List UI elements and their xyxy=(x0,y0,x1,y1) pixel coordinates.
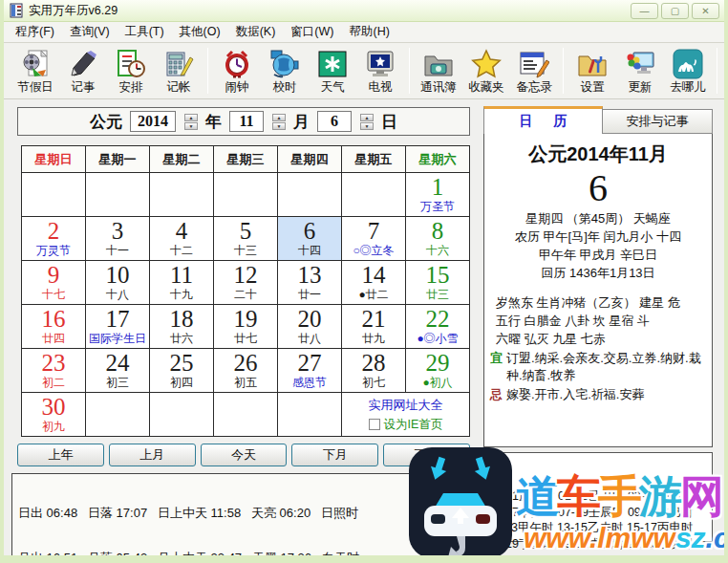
menu-item-6[interactable]: 窗口(W) xyxy=(283,21,341,43)
panel-info-line-1: 岁煞东 生肖冲猪（乙亥） 建星 危 xyxy=(488,293,708,312)
calendar-day-22[interactable]: 22●◎小雪 xyxy=(406,305,470,349)
toolbar-button-travel-camel[interactable]: 去哪儿 xyxy=(664,48,712,94)
calendar-day-20[interactable]: 20廿八 xyxy=(278,305,342,349)
calendar-day-14[interactable]: 14●廿二 xyxy=(342,261,406,305)
day-number: 2 xyxy=(22,218,85,244)
calendar-day-3[interactable]: 3十一 xyxy=(86,217,150,261)
weather-icon xyxy=(311,48,353,80)
menu-item-5[interactable]: 数据(K) xyxy=(228,21,284,43)
day-label: 廿八 xyxy=(278,332,341,347)
weekday-header: 星期五 xyxy=(342,146,406,173)
day-number: 23 xyxy=(22,350,85,376)
year-field[interactable]: 2014 xyxy=(130,111,176,132)
toolbar-button-time-sync-globe[interactable]: 校时 xyxy=(261,48,309,94)
day-number: 17 xyxy=(86,306,149,332)
calendar-day-21[interactable]: 21廿九 xyxy=(342,305,406,349)
year-spin-down-icon[interactable]: ▼ xyxy=(184,122,198,130)
calendar-day-7[interactable]: 7○◎立冬 xyxy=(342,217,406,261)
calendar-empty-cell xyxy=(342,173,406,217)
menu-item-2[interactable]: 查询(V) xyxy=(62,21,118,43)
day-number: 1 xyxy=(406,174,469,200)
day-spin-up-icon[interactable]: ▲ xyxy=(360,114,374,121)
day-number: 20 xyxy=(278,306,341,332)
calendar-day-11[interactable]: 11十九 xyxy=(150,261,214,305)
day-label: 二十 xyxy=(214,288,277,303)
panel-hijri-line: 回历 1436年1月13日 xyxy=(488,264,708,282)
calendar-day-29[interactable]: 29●初八 xyxy=(406,349,470,393)
app-window: 实用万年历v6.29 — ▢ ✕ 程序(F)查询(V)工具(T)其他(O)数据(… xyxy=(0,0,728,563)
calendar-day-24[interactable]: 24初三 xyxy=(86,349,150,393)
day-number: 21 xyxy=(342,306,405,332)
prev-month-button[interactable]: 上月 xyxy=(109,444,196,466)
calendar-day-30[interactable]: 30初九 xyxy=(22,393,86,437)
calendar-empty-cell xyxy=(150,173,214,217)
toolbar-button-label: 安排 xyxy=(110,80,152,94)
menu-item-1[interactable]: 程序(F) xyxy=(8,21,62,43)
menu-item-4[interactable]: 其他(O) xyxy=(172,21,228,43)
calendar-day-17[interactable]: 17国际学生日 xyxy=(86,305,150,349)
toolbar-button-notes-pen[interactable]: 记事 xyxy=(59,48,107,94)
toolbar-button-label: 天气 xyxy=(311,80,353,94)
toolbar-button-exit-door[interactable]: 退出 xyxy=(722,48,728,94)
watermark-char: 游 xyxy=(639,471,680,521)
tab-schedule-notes[interactable]: 安排与记事 xyxy=(603,109,713,134)
toolbar-button-weather[interactable]: 天气 xyxy=(309,48,356,94)
year-spin-up-icon[interactable]: ▲ xyxy=(184,114,198,121)
calendar-day-16[interactable]: 16廿四 xyxy=(22,305,86,349)
month-spin-down-icon[interactable]: ▼ xyxy=(272,122,286,130)
calendar-empty-cell xyxy=(86,173,150,217)
calendar-day-10[interactable]: 10十八 xyxy=(86,261,150,305)
calendar-day-5[interactable]: 5十三 xyxy=(214,217,278,261)
minimize-button[interactable]: — xyxy=(631,3,658,19)
toolbar-button-schedule-clock[interactable]: 安排 xyxy=(107,48,155,94)
maximize-button[interactable]: ▢ xyxy=(661,3,689,19)
toolbar-button-accounting-calculator[interactable]: 记帐 xyxy=(155,48,203,94)
calendar-day-18[interactable]: 18廿六 xyxy=(150,305,214,349)
toolbar-button-alarm-clock[interactable]: 闹钟 xyxy=(213,48,261,94)
calendar-day-4[interactable]: 4十二 xyxy=(150,217,214,261)
toolbar-button-tv[interactable]: 电视 xyxy=(356,48,404,94)
calendar-day-1[interactable]: 1万圣节 xyxy=(406,173,470,217)
toolbar-button-holiday-film[interactable]: 节假日 xyxy=(11,48,59,94)
calendar-day-23[interactable]: 23初二 xyxy=(22,349,86,393)
day-spin-down-icon[interactable]: ▼ xyxy=(360,122,374,130)
calendar-day-28[interactable]: 28初七 xyxy=(342,349,406,393)
calendar-day-6[interactable]: 6十四 xyxy=(278,217,342,261)
calendar-day-26[interactable]: 26初五 xyxy=(214,349,278,393)
toolbar-button-update[interactable]: 更新 xyxy=(616,48,664,94)
calendar-day-8[interactable]: 8十六 xyxy=(406,217,470,261)
contacts-folder-icon xyxy=(418,48,460,80)
calendar-day-25[interactable]: 25初四 xyxy=(150,349,214,393)
tab-calendar[interactable]: 日 历 xyxy=(483,106,603,134)
next-month-button[interactable]: 下月 xyxy=(291,444,378,466)
today-button[interactable]: 今天 xyxy=(201,444,288,466)
toolbar-button-favorites-star[interactable]: 收藏夹 xyxy=(462,48,510,94)
day-label: 十七 xyxy=(22,288,85,303)
window-title: 实用万年历v6.29 xyxy=(29,3,628,19)
month-field[interactable]: 11 xyxy=(229,111,264,132)
prev-year-button[interactable]: 上年 xyxy=(17,444,104,466)
calendar-day-13[interactable]: 13廿一 xyxy=(278,261,342,305)
watermark-url-part: sz xyxy=(675,522,706,553)
calendar-day-19[interactable]: 19廿七 xyxy=(214,305,278,349)
month-spin-up-icon[interactable]: ▲ xyxy=(272,114,286,121)
close-button[interactable]: ✕ xyxy=(692,3,719,19)
app-icon xyxy=(9,3,24,18)
titlebar: 实用万年历v6.29 — ▢ ✕ xyxy=(4,0,724,22)
menu-item-3[interactable]: 工具(T) xyxy=(118,21,172,43)
calendar-day-12[interactable]: 12二十 xyxy=(214,261,278,305)
day-field[interactable]: 6 xyxy=(317,111,352,132)
calendar-day-2[interactable]: 2万灵节 xyxy=(22,217,86,261)
inauspicious-text: 嫁娶.开市.入宅.祈福.安葬 xyxy=(506,386,644,403)
calendar-nav: 上年上月今天下月下年 xyxy=(17,444,470,466)
set-ie-homepage-checkbox[interactable] xyxy=(369,419,380,430)
toolbar-button-contacts-folder[interactable]: 通讯簿 xyxy=(415,48,462,94)
calendar-day-15[interactable]: 15廿三 xyxy=(406,261,470,305)
useful-sites-link[interactable]: 实用网址大全 xyxy=(342,397,469,414)
calendar-day-9[interactable]: 9十七 xyxy=(22,261,86,305)
toolbar-button-memo[interactable]: 备忘录 xyxy=(510,48,558,94)
calendar-day-27[interactable]: 27感恩节 xyxy=(278,349,342,393)
toolbar-button-settings-folder[interactable]: 设置 xyxy=(568,48,616,94)
menu-item-7[interactable]: 帮助(H) xyxy=(341,21,396,43)
toolbar-button-label: 更新 xyxy=(619,80,661,94)
